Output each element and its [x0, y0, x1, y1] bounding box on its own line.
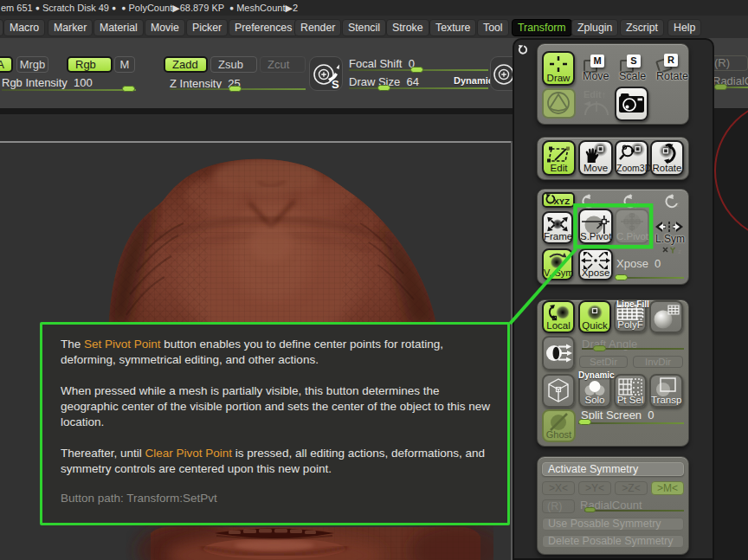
svg-text:S: S [332, 78, 339, 91]
svg-text:x: x [593, 200, 597, 209]
svg-text:z: z [678, 248, 681, 254]
svg-text:XYZ: XYZ [554, 196, 571, 206]
svg-text:y: y [635, 200, 639, 209]
svg-text:z: z [676, 200, 680, 209]
